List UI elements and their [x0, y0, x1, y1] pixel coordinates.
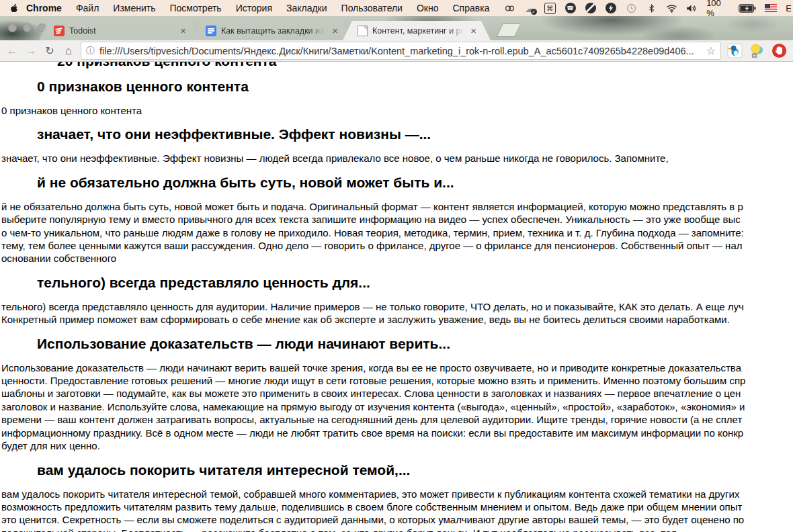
- paragraph-line: будет для них ценно.: [1, 439, 793, 452]
- page-content: 20 признаков ценного контента0 признаков…: [0, 62, 793, 532]
- menu-item-3[interactable]: Посмотреть: [169, 3, 221, 13]
- wifi-icon[interactable]: [666, 2, 677, 14]
- forward-icon[interactable]: →: [24, 45, 38, 56]
- tab-close-icon[interactable]: ×: [331, 26, 339, 36]
- paragraph-line: о чем-то уникальном, что раньше людям да…: [1, 226, 793, 239]
- home-icon[interactable]: ⌂: [62, 45, 75, 56]
- tab-title: Контент, маркетинг и рок-н-р: [372, 26, 466, 36]
- volume-icon[interactable]: [686, 2, 698, 14]
- tab-close-icon[interactable]: ×: [179, 26, 187, 36]
- section-paragraph: вам удалось покорить читателя интересной…: [1, 488, 793, 532]
- tab-title: Todoist: [69, 26, 175, 36]
- paragraph-line: тему, тем более ценными кажутся ваши рас…: [1, 239, 793, 252]
- section-paragraph: значает, что они неэффективные. Эффект н…: [1, 152, 793, 165]
- paragraph-line: й не обязательно должна быть суть, новой…: [1, 200, 793, 213]
- browser-tab-strip: Todoist×Как вытащить закладки из эл×Конт…: [0, 16, 793, 40]
- tab-strip: Todoist×Как вытащить закладки из эл×Конт…: [39, 21, 521, 40]
- section-heading: Использование доказательств — люди начин…: [37, 336, 793, 352]
- section-heading: вам удалось покорить читателя интересной…: [37, 462, 793, 478]
- doc-icon: [206, 26, 216, 36]
- paragraph-line: тельного) всегда представляло ценность д…: [1, 300, 793, 313]
- tab-0[interactable]: Todoist×: [39, 21, 200, 40]
- browser-toolbar: ← → ↻ ⌂ ⓘ file:///Users/tipvesich/Docume…: [0, 40, 793, 62]
- menu-item-2[interactable]: Изменить: [113, 3, 155, 13]
- window-close-button[interactable]: [8, 24, 17, 32]
- paragraph-line: значает, что они неэффективные. Эффект н…: [1, 152, 793, 165]
- creative-cloud-icon[interactable]: [503, 2, 515, 14]
- paragraph-line: заголовок и название. Используйте слова,…: [1, 400, 793, 413]
- section-heading: значает, что они неэффективные. Эффект н…: [37, 126, 793, 142]
- tab-1[interactable]: Как вытащить закладки из эл×: [191, 21, 352, 40]
- paragraph-line: Конкретный пример поможет вам сформирова…: [1, 313, 793, 326]
- flash-icon[interactable]: [605, 2, 616, 14]
- window-minimize-button[interactable]: [23, 24, 32, 32]
- address-bar[interactable]: ⓘ file:///Users/tipvesich/Documents/Янде…: [81, 42, 721, 60]
- apple-menu-icon[interactable]: [9, 3, 19, 13]
- paragraph-line: возможность предложить читателям развить…: [1, 500, 793, 513]
- stop-hand-extension-icon[interactable]: [771, 42, 788, 59]
- tab-title: Как вытащить закладки из эл: [221, 26, 327, 36]
- url-text[interactable]: file:///Users/tipvesich/Documents/Яндекс…: [99, 46, 702, 56]
- paragraph-line: вам удалось покорить читателя интересной…: [1, 488, 793, 500]
- menu-item-0[interactable]: Chrome: [26, 3, 62, 13]
- paragraph-line: выберите популярную тему и вместо привыч…: [1, 213, 793, 226]
- clipped-status-char: Е: [786, 3, 792, 13]
- section-heading: й не обязательно должна быть суть, новой…: [37, 175, 793, 191]
- reload-icon[interactable]: ↻: [43, 46, 56, 56]
- battery-percentage: 100 %: [706, 0, 730, 18]
- section-heading: тельного) всегда представляло ценность д…: [37, 275, 793, 291]
- paragraph-line: это ценится. Секретность — если вы сможе…: [1, 513, 793, 526]
- keyboard-flag-us-icon[interactable]: [765, 2, 777, 14]
- bluetooth-icon[interactable]: [646, 2, 657, 14]
- section-paragraph: й не обязательно должна быть суть, новой…: [1, 200, 793, 265]
- paragraph-line: 0 признаков ценного контента: [1, 104, 793, 117]
- section-heading: 20 признаков ценного контента: [57, 62, 793, 69]
- macos-menubar: ChromeФайлИзменитьПосмотретьИсторияЗакла…: [0, 0, 793, 16]
- tab-close-icon[interactable]: ×: [470, 26, 477, 36]
- section-paragraph: тельного) всегда представляло ценность д…: [1, 300, 793, 326]
- paragraph-line: времени — ваш контент должен затрагивать…: [1, 413, 793, 426]
- page-icon: [358, 26, 368, 36]
- page-info-icon[interactable]: ⓘ: [86, 45, 95, 57]
- paragraph-line: шаблоны и заготовки — подумайте, как вы …: [1, 387, 793, 400]
- section-paragraph: 0 признаков ценного контента: [1, 104, 793, 117]
- lightbulb-extension-icon[interactable]: [749, 42, 765, 59]
- circle-slash-icon[interactable]: [585, 2, 596, 14]
- section-heading: 0 признаков ценного контента: [37, 79, 793, 95]
- bird-extension-icon[interactable]: [726, 42, 743, 59]
- menu-item-4[interactable]: История: [236, 3, 272, 13]
- paragraph-line: ценности. Предоставление готовых решений…: [1, 374, 793, 387]
- back-icon[interactable]: ←: [5, 45, 19, 56]
- menu-items: ChromeФайлИзменитьПосмотретьИсторияЗакла…: [26, 3, 503, 13]
- menu-item-1[interactable]: Файл: [76, 3, 99, 13]
- paragraph-line: Использование доказательств — люди начин…: [1, 361, 793, 374]
- menu-item-6[interactable]: Пользователи: [341, 3, 403, 13]
- todoist-icon: [54, 26, 65, 36]
- new-tab-button[interactable]: [497, 24, 521, 37]
- bookmark-star-icon[interactable]: ☆: [706, 44, 716, 57]
- menu-item-5[interactable]: Закладки: [286, 3, 327, 13]
- cloud-sync-icon[interactable]: ☁ ✓: [524, 2, 536, 14]
- paragraph-line: основании собственного: [1, 252, 793, 265]
- time-machine-icon[interactable]: [625, 2, 636, 14]
- menubar-status-area: ☁ ✓ ⌘ ☎ 100 %: [503, 0, 786, 18]
- paragraph-line: информационному празднику. Всё в одном м…: [1, 427, 793, 439]
- menu-item-8[interactable]: Справка: [453, 3, 490, 13]
- menu-item-7[interactable]: Окно: [417, 3, 439, 13]
- section-paragraph: Использование доказательств — люди начин…: [1, 361, 793, 453]
- paragraph-line: положительной стороны. Бесплатность — ра…: [1, 527, 793, 532]
- command-switcher-icon[interactable]: ⌘: [544, 2, 556, 14]
- battery-icon[interactable]: [739, 2, 756, 14]
- tab-2[interactable]: Контент, маркетинг и рок-н-р×: [343, 21, 491, 40]
- viber-icon[interactable]: ☎: [565, 2, 576, 14]
